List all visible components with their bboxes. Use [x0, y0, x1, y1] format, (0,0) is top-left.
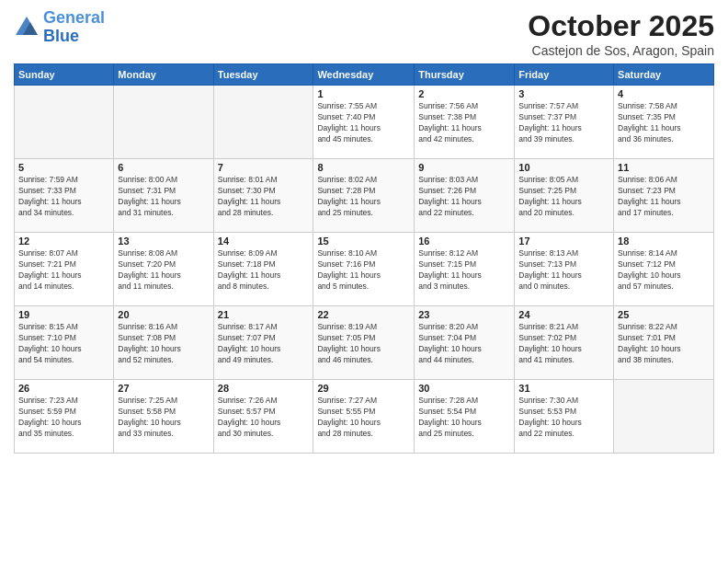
calendar-week-4: 19Sunrise: 8:15 AM Sunset: 7:10 PM Dayli…	[15, 306, 714, 380]
calendar-cell: 20Sunrise: 8:16 AM Sunset: 7:08 PM Dayli…	[114, 306, 213, 380]
calendar-cell: 18Sunrise: 8:14 AM Sunset: 7:12 PM Dayli…	[614, 233, 714, 306]
day-info: Sunrise: 7:56 AM Sunset: 7:38 PM Dayligh…	[418, 101, 510, 145]
day-number: 8	[317, 162, 410, 173]
logo: General Blue	[14, 9, 105, 46]
calendar-cell: 22Sunrise: 8:19 AM Sunset: 7:05 PM Dayli…	[313, 306, 415, 380]
calendar-cell: 21Sunrise: 8:17 AM Sunset: 7:07 PM Dayli…	[213, 306, 313, 380]
calendar-cell: 31Sunrise: 7:30 AM Sunset: 5:53 PM Dayli…	[515, 380, 614, 454]
day-number: 16	[418, 236, 510, 247]
day-number: 31	[518, 383, 609, 394]
page: General Blue October 2025 Castejon de So…	[0, 0, 728, 563]
day-number: 23	[418, 309, 510, 320]
day-info: Sunrise: 7:59 AM Sunset: 7:33 PM Dayligh…	[18, 175, 109, 219]
col-thursday: Thursday	[415, 64, 515, 86]
month-title: October 2025	[528, 9, 714, 43]
col-sunday: Sunday	[15, 64, 114, 86]
day-info: Sunrise: 8:07 AM Sunset: 7:21 PM Dayligh…	[18, 248, 109, 293]
day-info: Sunrise: 8:12 AM Sunset: 7:15 PM Dayligh…	[418, 248, 510, 293]
day-info: Sunrise: 7:26 AM Sunset: 5:57 PM Dayligh…	[218, 396, 310, 440]
day-number: 22	[317, 309, 410, 320]
day-number: 1	[317, 88, 410, 99]
calendar-cell: 1Sunrise: 7:55 AM Sunset: 7:40 PM Daylig…	[313, 86, 415, 159]
day-info: Sunrise: 8:02 AM Sunset: 7:28 PM Dayligh…	[317, 175, 410, 219]
day-info: Sunrise: 8:21 AM Sunset: 7:02 PM Dayligh…	[518, 322, 609, 366]
day-number: 14	[218, 236, 310, 247]
col-tuesday: Tuesday	[213, 64, 313, 86]
day-number: 15	[317, 236, 410, 247]
day-info: Sunrise: 8:05 AM Sunset: 7:25 PM Dayligh…	[518, 175, 609, 219]
day-number: 6	[118, 162, 209, 173]
day-info: Sunrise: 8:19 AM Sunset: 7:05 PM Dayligh…	[317, 322, 410, 366]
col-friday: Friday	[515, 64, 614, 86]
calendar-cell: 23Sunrise: 8:20 AM Sunset: 7:04 PM Dayli…	[415, 306, 515, 380]
calendar-cell: 25Sunrise: 8:22 AM Sunset: 7:01 PM Dayli…	[614, 306, 714, 380]
day-number: 24	[518, 309, 609, 320]
location: Castejon de Sos, Aragon, Spain	[528, 43, 714, 58]
day-number: 20	[118, 309, 209, 320]
day-info: Sunrise: 7:28 AM Sunset: 5:54 PM Dayligh…	[418, 396, 510, 440]
calendar-cell: 9Sunrise: 8:03 AM Sunset: 7:26 PM Daylig…	[415, 159, 515, 233]
day-number: 9	[418, 162, 510, 173]
calendar-cell: 11Sunrise: 8:06 AM Sunset: 7:23 PM Dayli…	[614, 159, 714, 233]
col-saturday: Saturday	[614, 64, 714, 86]
calendar-cell: 13Sunrise: 8:08 AM Sunset: 7:20 PM Dayli…	[114, 233, 213, 306]
calendar-week-2: 5Sunrise: 7:59 AM Sunset: 7:33 PM Daylig…	[15, 159, 714, 233]
day-info: Sunrise: 8:20 AM Sunset: 7:04 PM Dayligh…	[418, 322, 510, 366]
day-number: 17	[518, 236, 609, 247]
day-info: Sunrise: 7:25 AM Sunset: 5:58 PM Dayligh…	[118, 396, 209, 440]
col-wednesday: Wednesday	[313, 64, 415, 86]
day-number: 29	[317, 383, 410, 394]
calendar-week-1: 1Sunrise: 7:55 AM Sunset: 7:40 PM Daylig…	[15, 86, 714, 159]
calendar-cell	[114, 86, 213, 159]
logo-icon	[14, 15, 40, 40]
day-info: Sunrise: 8:14 AM Sunset: 7:12 PM Dayligh…	[618, 248, 710, 293]
day-info: Sunrise: 7:57 AM Sunset: 7:37 PM Dayligh…	[518, 101, 609, 145]
day-info: Sunrise: 8:09 AM Sunset: 7:18 PM Dayligh…	[218, 248, 310, 293]
day-number: 25	[618, 309, 710, 320]
calendar-cell: 3Sunrise: 7:57 AM Sunset: 7:37 PM Daylig…	[515, 86, 614, 159]
day-info: Sunrise: 8:17 AM Sunset: 7:07 PM Dayligh…	[218, 322, 310, 366]
day-number: 3	[518, 88, 609, 99]
day-info: Sunrise: 8:15 AM Sunset: 7:10 PM Dayligh…	[18, 322, 109, 366]
day-number: 12	[18, 236, 109, 247]
calendar-cell: 17Sunrise: 8:13 AM Sunset: 7:13 PM Dayli…	[515, 233, 614, 306]
calendar-header-row: Sunday Monday Tuesday Wednesday Thursday…	[15, 64, 714, 86]
calendar-cell: 19Sunrise: 8:15 AM Sunset: 7:10 PM Dayli…	[15, 306, 114, 380]
day-number: 11	[618, 162, 710, 173]
calendar-cell: 5Sunrise: 7:59 AM Sunset: 7:33 PM Daylig…	[15, 159, 114, 233]
calendar-cell	[213, 86, 313, 159]
calendar-cell: 26Sunrise: 7:23 AM Sunset: 5:59 PM Dayli…	[15, 380, 114, 454]
calendar: Sunday Monday Tuesday Wednesday Thursday…	[14, 63, 714, 454]
calendar-cell: 8Sunrise: 8:02 AM Sunset: 7:28 PM Daylig…	[313, 159, 415, 233]
day-info: Sunrise: 8:13 AM Sunset: 7:13 PM Dayligh…	[518, 248, 609, 293]
col-monday: Monday	[114, 64, 213, 86]
logo-text: General Blue	[43, 9, 105, 46]
day-number: 10	[518, 162, 609, 173]
calendar-cell: 24Sunrise: 8:21 AM Sunset: 7:02 PM Dayli…	[515, 306, 614, 380]
day-info: Sunrise: 8:01 AM Sunset: 7:30 PM Dayligh…	[218, 175, 310, 219]
calendar-cell: 10Sunrise: 8:05 AM Sunset: 7:25 PM Dayli…	[515, 159, 614, 233]
calendar-cell: 29Sunrise: 7:27 AM Sunset: 5:55 PM Dayli…	[313, 380, 415, 454]
day-info: Sunrise: 8:00 AM Sunset: 7:31 PM Dayligh…	[118, 175, 209, 219]
calendar-cell: 2Sunrise: 7:56 AM Sunset: 7:38 PM Daylig…	[415, 86, 515, 159]
day-info: Sunrise: 8:10 AM Sunset: 7:16 PM Dayligh…	[317, 248, 410, 293]
day-number: 21	[218, 309, 310, 320]
calendar-week-5: 26Sunrise: 7:23 AM Sunset: 5:59 PM Dayli…	[15, 380, 714, 454]
day-info: Sunrise: 8:08 AM Sunset: 7:20 PM Dayligh…	[118, 248, 209, 293]
day-number: 5	[18, 162, 109, 173]
day-number: 4	[618, 88, 710, 99]
title-section: October 2025 Castejon de Sos, Aragon, Sp…	[528, 9, 714, 58]
calendar-cell: 27Sunrise: 7:25 AM Sunset: 5:58 PM Dayli…	[114, 380, 213, 454]
calendar-cell: 16Sunrise: 8:12 AM Sunset: 7:15 PM Dayli…	[415, 233, 515, 306]
day-number: 28	[218, 383, 310, 394]
day-number: 26	[18, 383, 109, 394]
day-info: Sunrise: 7:23 AM Sunset: 5:59 PM Dayligh…	[18, 396, 109, 440]
day-info: Sunrise: 8:22 AM Sunset: 7:01 PM Dayligh…	[618, 322, 710, 366]
calendar-cell: 6Sunrise: 8:00 AM Sunset: 7:31 PM Daylig…	[114, 159, 213, 233]
day-number: 19	[18, 309, 109, 320]
calendar-cell	[15, 86, 114, 159]
calendar-cell: 12Sunrise: 8:07 AM Sunset: 7:21 PM Dayli…	[15, 233, 114, 306]
day-number: 18	[618, 236, 710, 247]
day-info: Sunrise: 7:55 AM Sunset: 7:40 PM Dayligh…	[317, 101, 410, 145]
day-info: Sunrise: 8:16 AM Sunset: 7:08 PM Dayligh…	[118, 322, 209, 366]
